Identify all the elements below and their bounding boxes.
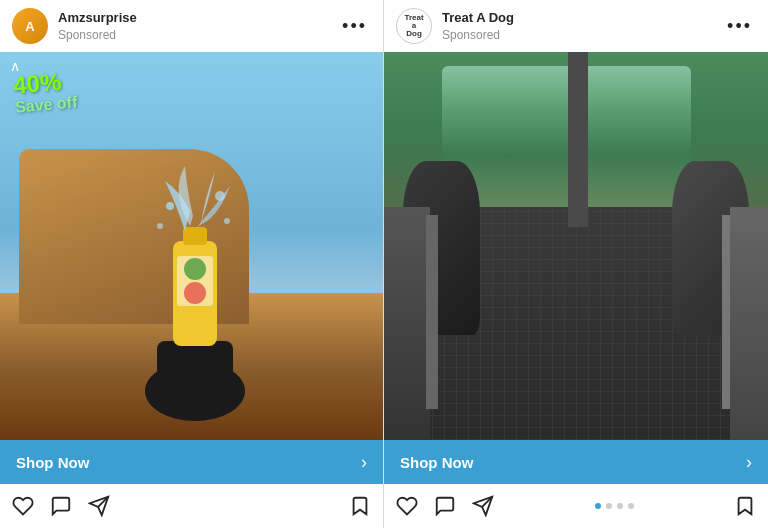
shop-now-label-right: Shop Now: [400, 454, 473, 471]
shop-now-label-left: Shop Now: [16, 454, 89, 471]
sponsored-label-right: Sponsored: [442, 27, 723, 44]
post-footer-left: [0, 484, 383, 528]
seatbelt-left: [426, 215, 438, 409]
share-icon-left[interactable]: [88, 495, 110, 517]
avatar-left: A: [12, 8, 48, 44]
heart-icon-left[interactable]: [12, 495, 34, 517]
car-window: [442, 66, 692, 214]
svg-point-8: [215, 191, 225, 201]
dot-4: [628, 503, 634, 509]
svg-point-6: [184, 282, 206, 304]
heart-icon-right[interactable]: [396, 495, 418, 517]
bookmark-icon-right[interactable]: [734, 495, 756, 517]
account-name-right: Treat A Dog: [442, 9, 723, 27]
more-options-left[interactable]: •••: [338, 12, 371, 41]
more-options-right[interactable]: •••: [723, 12, 756, 41]
door-panel-right: [730, 207, 768, 440]
post-header-left: A Amzsurprise Sponsored •••: [0, 0, 383, 52]
svg-point-7: [166, 202, 174, 210]
door-panel-left: [384, 207, 430, 440]
account-name-left: Amzsurprise: [58, 9, 338, 27]
svg-rect-3: [183, 227, 207, 245]
shop-now-right[interactable]: Shop Now ›: [384, 440, 768, 484]
post-header-right: TreataDog Treat A Dog Sponsored •••: [384, 0, 768, 52]
car-interior: [384, 52, 768, 440]
chevron-up-icon: ∧: [10, 58, 20, 74]
shop-now-arrow-left: ›: [361, 452, 367, 473]
comment-icon-left[interactable]: [50, 495, 72, 517]
account-info-right: Treat A Dog Sponsored: [442, 9, 723, 44]
post-image-left: ∧ 40% Save off: [0, 52, 383, 440]
seatbelt-right: [722, 215, 730, 409]
share-icon-right[interactable]: [472, 495, 494, 517]
bottle-hand-svg: [115, 161, 275, 421]
left-post: A Amzsurprise Sponsored ••• ∧ 40% Save o…: [0, 0, 384, 528]
bookmark-icon-left[interactable]: [349, 495, 371, 517]
account-info-left: Amzsurprise Sponsored: [58, 9, 338, 44]
post-footer-right: [384, 484, 768, 528]
comment-icon-right[interactable]: [434, 495, 456, 517]
post-image-right: [384, 52, 768, 440]
svg-point-5: [184, 258, 206, 280]
svg-point-10: [224, 218, 230, 224]
right-post: TreataDog Treat A Dog Sponsored •••: [384, 0, 768, 528]
dot-3: [617, 503, 623, 509]
svg-rect-1: [157, 341, 233, 406]
dot-1: [595, 503, 601, 509]
sponsored-label-left: Sponsored: [58, 27, 338, 44]
shop-now-arrow-right: ›: [746, 452, 752, 473]
sale-overlay: 40% Save off: [12, 67, 78, 116]
pagination-dots: [595, 503, 634, 509]
dot-2: [606, 503, 612, 509]
svg-point-9: [157, 223, 163, 229]
center-pillar: [568, 52, 587, 227]
shop-now-left[interactable]: Shop Now ›: [0, 440, 383, 484]
avatar-right: TreataDog: [396, 8, 432, 44]
